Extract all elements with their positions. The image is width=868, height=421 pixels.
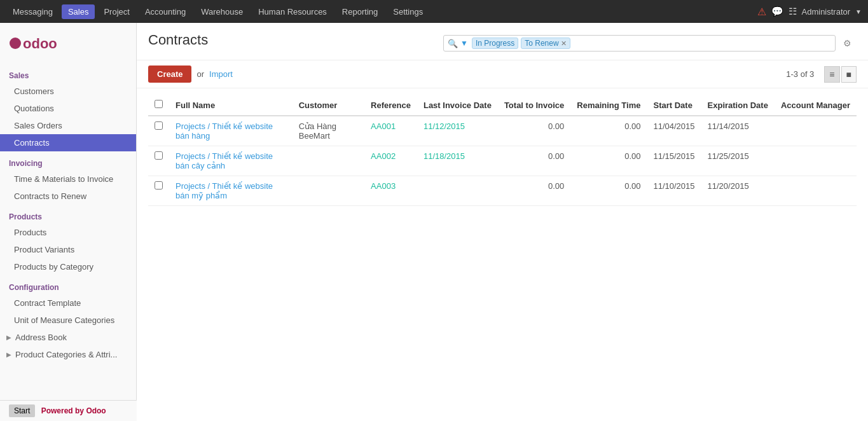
nav-settings[interactable]: Settings — [387, 4, 429, 19]
top-navigation: Messaging Sales Project Accounting Wareh… — [0, 0, 868, 23]
chevron-right-icon-2: ▶ — [6, 351, 11, 358]
kanban-view-button[interactable]: ■ — [841, 66, 857, 83]
sidebar-expandable-label-2: Product Categories & Attri... — [15, 350, 117, 359]
import-button[interactable]: Import — [209, 69, 233, 79]
search-input[interactable] — [573, 39, 831, 48]
cell-start-date: 11/15/2015 — [647, 146, 701, 176]
main-content: Contracts 🔍 ▼ In Progress To Renew ✕ — [137, 23, 868, 421]
or-text: or — [196, 69, 204, 79]
cell-total-to-invoice: 0.00 — [498, 176, 570, 206]
nav-sales[interactable]: Sales — [62, 4, 95, 19]
cell-account-manager — [775, 116, 857, 146]
col-customer[interactable]: Customer — [293, 95, 364, 116]
nav-messaging[interactable]: Messaging — [6, 4, 59, 19]
cell-account-manager — [775, 176, 857, 206]
col-total-to-invoice[interactable]: Total to Invoice — [498, 95, 570, 116]
sidebar-item-contract-template[interactable]: Contract Template — [0, 294, 136, 312]
cell-customer: Cửa Hàng BeeMart — [293, 116, 364, 146]
sidebar-item-sales-orders[interactable]: Sales Orders — [0, 117, 136, 134]
row-select-checkbox[interactable] — [155, 121, 163, 130]
contracts-table: Full Name Customer Reference Last Invoic… — [148, 95, 857, 206]
col-remaining-time[interactable]: Remaining Time — [570, 95, 647, 116]
table-area: Full Name Customer Reference Last Invoic… — [137, 95, 868, 421]
row-checkbox — [148, 146, 169, 176]
footer: Start Powered by Odoo — [0, 400, 137, 421]
filter-tag-to-renew[interactable]: To Renew ✕ — [521, 38, 570, 49]
cell-account-manager — [775, 146, 857, 176]
sidebar-expandable-label: Address Book — [15, 333, 67, 342]
col-full-name[interactable]: Full Name — [169, 95, 293, 116]
row-checkbox — [148, 116, 169, 146]
cell-total-to-invoice: 0.00 — [498, 116, 570, 146]
list-view-button[interactable]: ≡ — [824, 66, 839, 83]
sidebar-section-sales: Sales — [0, 66, 136, 83]
alert-icon[interactable]: ⚠ — [757, 6, 766, 18]
nav-reporting[interactable]: Reporting — [336, 4, 384, 19]
cell-reference: AA003 — [364, 176, 417, 206]
sidebar-section-invoicing: Invoicing — [0, 154, 136, 170]
nav-warehouse[interactable]: Warehouse — [195, 4, 249, 19]
sidebar-item-time-materials[interactable]: Time & Materials to Invoice — [0, 170, 136, 188]
odoo-logo: odoo — [0, 23, 136, 64]
admin-dropdown-icon[interactable]: ▼ — [855, 8, 862, 15]
sidebar-item-uom-categories[interactable]: Unit of Measure Categories — [0, 312, 136, 329]
cell-start-date: 11/04/2015 — [647, 116, 701, 146]
filter-icon: ▼ — [460, 39, 468, 48]
row-select-checkbox[interactable] — [155, 151, 163, 160]
start-button[interactable]: Start — [9, 404, 35, 417]
sidebar-item-products[interactable]: Products — [0, 224, 136, 241]
svg-text:odoo: odoo — [23, 36, 57, 52]
col-expiration-date[interactable]: Expiration Date — [701, 95, 775, 116]
page-header: Contracts 🔍 ▼ In Progress To Renew ✕ — [137, 23, 868, 60]
header-checkbox-col — [148, 95, 169, 116]
cell-full-name: Projects / Thiết kế website bán hàng — [169, 116, 293, 146]
table-row[interactable]: Projects / Thiết kế website bán mỹ phẩm … — [148, 176, 857, 206]
select-all-checkbox[interactable] — [155, 100, 163, 108]
sidebar-item-address-book[interactable]: ▶ Address Book — [0, 329, 136, 346]
sidebar-item-quotations[interactable]: Quotations — [0, 100, 136, 117]
sidebar: odoo Sales Customers Quotations Sales Or… — [0, 23, 137, 421]
nav-human-resources[interactable]: Human Resources — [252, 4, 333, 19]
cell-expiration-date: 11/25/2015 — [701, 146, 775, 176]
cell-start-date: 11/10/2015 — [647, 176, 701, 206]
col-reference[interactable]: Reference — [364, 95, 417, 116]
table-row[interactable]: Projects / Thiết kế website bán cây cảnh… — [148, 146, 857, 176]
cell-last-invoice-date: 11/18/2015 — [417, 146, 498, 176]
brand-name: Odoo — [86, 406, 106, 415]
cell-reference: AA001 — [364, 116, 417, 146]
search-icon: 🔍 — [448, 39, 458, 48]
svg-point-0 — [10, 38, 21, 49]
sidebar-item-product-categories[interactable]: ▶ Product Categories & Attri... — [0, 346, 136, 363]
col-last-invoice-date[interactable]: Last Invoice Date — [417, 95, 498, 116]
sidebar-item-product-variants[interactable]: Product Variants — [0, 241, 136, 258]
view-toggle: ≡ ■ — [824, 66, 857, 83]
sidebar-item-contracts-to-renew[interactable]: Contracts to Renew — [0, 188, 136, 205]
row-select-checkbox[interactable] — [155, 181, 163, 190]
search-settings-icon[interactable]: ⚙ — [838, 36, 857, 51]
remove-filter-icon[interactable]: ✕ — [561, 39, 567, 48]
col-start-date[interactable]: Start Date — [647, 95, 701, 116]
col-account-manager[interactable]: Account Manager — [775, 95, 857, 116]
sidebar-item-customers[interactable]: Customers — [0, 83, 136, 100]
chat-icon[interactable]: 💬 — [771, 6, 783, 17]
nav-project[interactable]: Project — [97, 4, 135, 19]
cell-expiration-date: 11/14/2015 — [701, 116, 775, 146]
filter-tag-in-progress[interactable]: In Progress — [472, 38, 518, 49]
row-checkbox — [148, 176, 169, 206]
sidebar-item-contracts[interactable]: Contracts — [0, 134, 136, 151]
cell-remaining-time: 0.00 — [570, 146, 647, 176]
admin-menu[interactable]: Administrator — [802, 7, 851, 17]
nav-accounting[interactable]: Accounting — [139, 4, 192, 19]
chevron-right-icon: ▶ — [6, 334, 11, 341]
cell-customer — [293, 176, 364, 206]
cell-expiration-date: 11/20/2015 — [701, 176, 775, 206]
app-switcher-icon[interactable]: ☷ — [789, 6, 797, 17]
cell-remaining-time: 0.00 — [570, 116, 647, 146]
cell-last-invoice-date: 11/12/2015 — [417, 116, 498, 146]
sidebar-section-configuration: Configuration — [0, 278, 136, 294]
powered-by-text: Powered by Odoo — [41, 406, 106, 415]
table-row[interactable]: Projects / Thiết kế website bán hàng Cửa… — [148, 116, 857, 146]
cell-last-invoice-date — [417, 176, 498, 206]
sidebar-item-products-by-category[interactable]: Products by Category — [0, 258, 136, 275]
create-button[interactable]: Create — [148, 66, 191, 83]
